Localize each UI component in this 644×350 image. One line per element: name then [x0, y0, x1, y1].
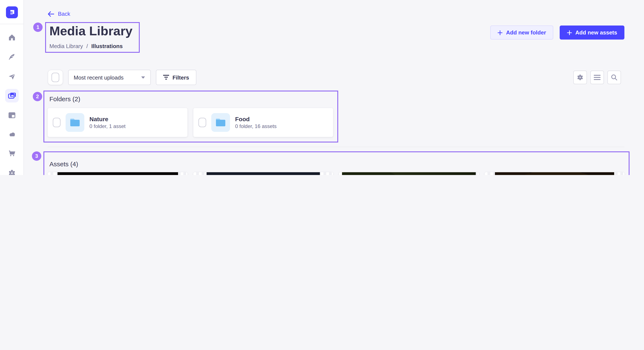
folder-icon	[216, 118, 226, 127]
breadcrumb-root[interactable]: Media Library	[50, 43, 83, 49]
asset-thumbnail	[339, 172, 479, 175]
folder-icon-box	[211, 113, 230, 132]
folder-text: Food 0 folder, 16 assets	[235, 115, 277, 130]
section-divider	[48, 147, 624, 147]
laptop-code-photo	[206, 172, 320, 175]
sidebar-item-content-manager[interactable]	[5, 50, 19, 63]
black-hole-photo	[57, 172, 178, 175]
sidebar-item-releases[interactable]	[5, 70, 19, 83]
list-view-button[interactable]	[590, 71, 604, 84]
add-new-assets-button[interactable]: Add new assets	[560, 25, 624, 39]
breadcrumb: Media Library / Illustrations	[50, 43, 123, 49]
folder-icon	[70, 118, 80, 127]
annotation-box-3	[44, 151, 630, 175]
media-library-icon	[7, 91, 16, 100]
filters-label: Filters	[172, 74, 189, 81]
filter-icon	[163, 75, 169, 80]
breadcrumb-separator: /	[86, 43, 88, 49]
folder-checkbox[interactable]	[198, 118, 206, 127]
view-options-group	[573, 71, 621, 84]
paper-plane-icon	[8, 72, 16, 81]
cloud-icon	[8, 130, 16, 139]
folder-name: Food	[235, 115, 277, 123]
chevron-down-icon	[141, 76, 145, 79]
plus-icon	[567, 30, 572, 35]
search-icon	[611, 74, 618, 81]
folders-heading: Folders (2)	[50, 95, 80, 103]
gear-icon	[8, 169, 16, 175]
media-library-page: KD Back 1 Media Library Media Library / …	[0, 0, 644, 175]
add-new-folder-label: Add new folder	[506, 29, 546, 36]
folder-card-nature[interactable]: Nature 0 folder, 1 asset	[48, 108, 188, 137]
select-all-checkbox[interactable]	[48, 70, 63, 85]
folder-meta: 0 folder, 16 assets	[235, 123, 277, 130]
asset-card-black-hole[interactable]: what-s-inside-a-black-hole JPEG - 800X46…	[48, 172, 188, 175]
annotation-badge-2: 2	[33, 92, 42, 101]
layout-icon	[8, 111, 16, 120]
add-new-assets-label: Add new assets	[575, 29, 617, 36]
folder-checkbox[interactable]	[53, 118, 60, 127]
page-title: Media Library	[50, 24, 132, 38]
add-new-folder-button[interactable]: Add new folder	[490, 25, 553, 39]
annotation-badge-1: 1	[33, 22, 42, 32]
feather-icon	[8, 52, 16, 61]
folder-meta: 0 folder, 1 asset	[90, 123, 126, 130]
sidebar-divider	[0, 24, 24, 24]
plus-icon	[498, 30, 502, 35]
asset-thumbnail	[193, 172, 333, 175]
annotation-badge-3: 3	[32, 151, 41, 161]
sidebar-item-home[interactable]	[5, 31, 19, 44]
asset-thumbnail	[485, 172, 624, 175]
sidebar-item-content-type-builder[interactable]	[5, 108, 19, 122]
sort-select[interactable]: Most recent uploads	[68, 70, 151, 85]
assets-grid: what-s-inside-a-black-hole JPEG - 800X46…	[48, 172, 624, 175]
list-view-icon	[594, 75, 600, 80]
asset-card-shrimp[interactable]: this-shrimp-is-awesome JPEG - 1200X630 I…	[339, 172, 479, 175]
sidebar: KD	[0, 0, 24, 175]
folder-name: Nature	[90, 115, 126, 123]
folder-card-food[interactable]: Food 0 folder, 16 assets	[193, 108, 333, 137]
sort-select-value: Most recent uploads	[74, 74, 124, 81]
assets-heading: Assets (4)	[50, 160, 78, 168]
asset-card-bug-meme[interactable]: a-bug-is-becoming-a-meme-on-the-internet…	[193, 172, 333, 175]
mantis-shrimp-photo	[342, 172, 476, 175]
settings-view-button[interactable]	[573, 71, 587, 84]
sidebar-item-settings[interactable]	[5, 166, 19, 175]
cart-icon	[8, 149, 16, 158]
home-icon	[8, 33, 16, 42]
back-link[interactable]: Back	[48, 11, 70, 17]
library-portrait-photo	[495, 172, 614, 175]
breadcrumb-current: Illustrations	[91, 43, 123, 49]
back-arrow-icon	[48, 11, 54, 17]
strapi-logo-glyph	[8, 8, 16, 16]
strapi-logo[interactable]	[6, 6, 18, 18]
sidebar-item-deploy[interactable]	[5, 128, 19, 141]
sidebar-item-marketplace[interactable]	[5, 147, 19, 160]
folders-grid: Nature 0 folder, 1 asset Food 0 folder, …	[48, 108, 333, 137]
folder-icon-box	[66, 113, 84, 132]
filters-button[interactable]: Filters	[156, 70, 196, 85]
asset-card-internets-own-boy[interactable]: the-internet-s-own-boy JPEG - 1200X707 I…	[485, 172, 624, 175]
asset-thumbnail	[48, 172, 188, 175]
sidebar-item-media-library[interactable]	[5, 89, 19, 103]
folder-text: Nature 0 folder, 1 asset	[90, 115, 126, 130]
checkbox	[52, 73, 59, 82]
back-label: Back	[58, 11, 70, 17]
search-button[interactable]	[607, 71, 621, 84]
gear-icon	[576, 74, 584, 81]
